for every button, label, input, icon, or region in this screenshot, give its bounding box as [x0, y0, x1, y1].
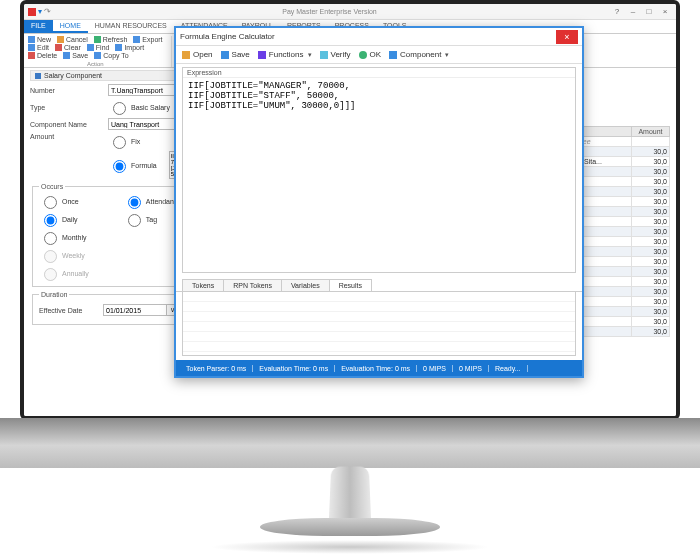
dialog-ok-button[interactable]: OK	[359, 50, 382, 59]
ribbon-edit[interactable]: Edit	[28, 44, 49, 51]
tab-results[interactable]: Results	[329, 279, 372, 291]
component-name-label: Component Name	[30, 121, 108, 128]
occurs-legend: Occurs	[39, 183, 65, 190]
tab-variables[interactable]: Variables	[281, 279, 330, 291]
result-tabstrip: Tokens RPN Tokens Variables Results	[176, 276, 582, 292]
amount-formula-radio[interactable]: Formula	[108, 151, 157, 179]
ribbon-find[interactable]: Find	[87, 44, 110, 51]
close-button[interactable]: ×	[658, 7, 672, 17]
status-eval1: Evaluation Time: 0 ms	[253, 365, 335, 372]
dialog-component-button[interactable]: Component	[389, 50, 449, 59]
app-title: Pay Master Enterprise Version	[51, 8, 608, 15]
dialog-close-button[interactable]: ×	[556, 30, 578, 44]
status-tokenparser: Token Parser: 0 ms	[180, 365, 253, 372]
formula-engine-dialog: Formula Engine Calculator × Open Save Fu…	[174, 26, 584, 378]
occurs-annually-radio[interactable]: Annually	[39, 265, 89, 281]
expression-editor[interactable]: IIF[JOBTITLE="MANAGER", 70000, IIF[JOBTI…	[183, 78, 575, 272]
type-label: Type	[30, 104, 108, 111]
quick-icon-2[interactable]: ↷	[44, 7, 51, 16]
duration-legend: Duration	[39, 291, 69, 298]
quick-icon-1[interactable]: ▾	[38, 7, 42, 16]
dialog-statusbar: Token Parser: 0 ms Evaluation Time: 0 ms…	[176, 360, 582, 376]
ribbon-refresh[interactable]: Refresh	[94, 36, 128, 43]
occurs-monthly-radio[interactable]: Monthly	[39, 229, 89, 245]
dialog-titlebar: Formula Engine Calculator ×	[176, 28, 582, 46]
dialog-save-button[interactable]: Save	[221, 50, 250, 59]
dialog-toolbar: Open Save Functions Verify OK Component	[176, 46, 582, 64]
tab-tokens[interactable]: Tokens	[182, 279, 224, 291]
help-button[interactable]: ?	[610, 7, 624, 17]
save-icon	[221, 51, 229, 59]
app-icon	[28, 8, 36, 16]
expression-groupbox: Expression IIF[JOBTITLE="MANAGER", 70000…	[182, 67, 576, 273]
ribbon-group-action: New Cancel Refresh Export Edit Clear Fin…	[28, 36, 172, 67]
monitor-shadow	[210, 540, 490, 554]
minimize-button[interactable]: –	[626, 7, 640, 17]
status-ready: Ready...	[489, 365, 528, 372]
ribbon-group-caption: Action	[28, 61, 163, 67]
status-mips2: 0 MIPS	[453, 365, 489, 372]
dialog-title: Formula Engine Calculator	[180, 32, 556, 41]
amount-label: Amount	[30, 133, 108, 140]
maximize-button[interactable]: □	[642, 7, 656, 17]
occurs-once-radio[interactable]: Once	[39, 193, 89, 209]
tab-home[interactable]: HOME	[53, 20, 88, 33]
tab-human-resources[interactable]: HUMAN RESOURCES	[88, 20, 174, 33]
dialog-verify-button[interactable]: Verify	[320, 50, 351, 59]
results-grid[interactable]	[182, 292, 576, 356]
open-icon	[182, 51, 190, 59]
ribbon-delete[interactable]: Delete	[28, 52, 57, 59]
col-amount[interactable]: Amount	[632, 127, 670, 137]
fx-icon	[258, 51, 266, 59]
ribbon-new[interactable]: New	[28, 36, 51, 43]
status-eval2: Evaluation Time: 0 ms	[335, 365, 417, 372]
occurs-daily-radio[interactable]: Daily	[39, 211, 89, 227]
tab-rpn-tokens[interactable]: RPN Tokens	[223, 279, 282, 291]
monitor-stand	[300, 452, 400, 532]
expression-caption: Expression	[183, 68, 575, 78]
app-titlebar: ▾ ↷ Pay Master Enterprise Version ? – □ …	[24, 4, 676, 20]
effective-date-label: Effective Date	[39, 307, 103, 314]
status-mips1: 0 MIPS	[417, 365, 453, 372]
ribbon-export[interactable]: Export	[133, 36, 162, 43]
ribbon-import[interactable]: Import	[115, 44, 144, 51]
ok-icon	[359, 51, 367, 59]
ribbon-clear[interactable]: Clear	[55, 44, 81, 51]
verify-icon	[320, 51, 328, 59]
ribbon-copy-to[interactable]: Copy To	[94, 52, 129, 59]
number-label: Number	[30, 87, 108, 94]
dialog-open-button[interactable]: Open	[182, 50, 213, 59]
dialog-functions-button[interactable]: Functions	[258, 50, 312, 59]
type-basic-radio[interactable]: Basic Salary	[108, 99, 170, 115]
ribbon-save[interactable]: Save	[63, 52, 88, 59]
effective-date-field[interactable]	[103, 304, 167, 316]
occurs-weekly-radio[interactable]: Weekly	[39, 247, 89, 263]
ribbon-cancel[interactable]: Cancel	[57, 36, 88, 43]
component-icon	[389, 51, 397, 59]
section-header-label: Salary Component	[44, 72, 102, 79]
tab-file[interactable]: FILE	[24, 20, 53, 33]
